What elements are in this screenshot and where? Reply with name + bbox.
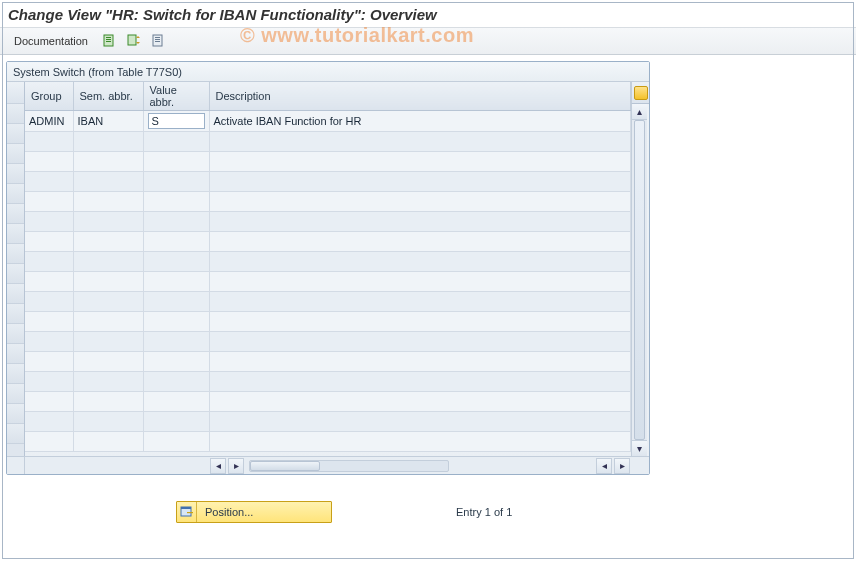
- system-switch-table-panel: System Switch (from Table T77S0): [6, 61, 650, 475]
- scroll-left-icon[interactable]: ◂: [210, 458, 226, 474]
- table-row[interactable]: [25, 392, 631, 412]
- row-selector[interactable]: [7, 164, 24, 184]
- scroll-down-icon[interactable]: ▾: [632, 440, 647, 456]
- table-row[interactable]: [25, 352, 631, 372]
- table-row[interactable]: [25, 252, 631, 272]
- scroll-thumb[interactable]: [634, 120, 645, 440]
- row-selector[interactable]: [7, 184, 24, 204]
- delimit-icon[interactable]: [148, 32, 168, 50]
- row-selector[interactable]: [7, 324, 24, 344]
- table-row[interactable]: ADMIN IBAN Activate IBAN Function for HR: [25, 111, 631, 132]
- col-header-description[interactable]: Description: [209, 82, 631, 111]
- col-header-value-abbr[interactable]: Value abbr.: [143, 82, 209, 111]
- cell-sem-abbr: IBAN: [73, 111, 143, 132]
- svg-rect-3: [106, 41, 111, 42]
- svg-rect-11: [187, 512, 193, 513]
- hscroll-thumb[interactable]: [250, 461, 320, 471]
- table-title: System Switch (from Table T77S0): [7, 62, 649, 82]
- new-entries-icon[interactable]: [100, 32, 120, 50]
- copy-as-icon[interactable]: [124, 32, 144, 50]
- svg-rect-7: [155, 39, 160, 40]
- row-selector[interactable]: [7, 284, 24, 304]
- vertical-scrollbar[interactable]: ▴ ▾: [631, 104, 647, 456]
- cell-value-abbr: [143, 111, 209, 132]
- svg-rect-1: [106, 37, 111, 38]
- svg-rect-5: [153, 35, 162, 46]
- svg-rect-10: [181, 507, 191, 509]
- scroll-left-end-icon[interactable]: ◂: [596, 458, 612, 474]
- row-selector[interactable]: [7, 204, 24, 224]
- table-row[interactable]: [25, 292, 631, 312]
- row-selector[interactable]: [7, 144, 24, 164]
- svg-rect-8: [155, 41, 160, 42]
- cell-description: Activate IBAN Function for HR: [209, 111, 631, 132]
- entry-counter: Entry 1 of 1: [456, 506, 512, 518]
- svg-rect-0: [104, 35, 113, 46]
- cell-group: ADMIN: [25, 111, 73, 132]
- documentation-button[interactable]: Documentation: [8, 33, 94, 49]
- row-selector[interactable]: [7, 364, 24, 384]
- table-row[interactable]: [25, 272, 631, 292]
- horizontal-scrollbar: ◂ ▸ ◂ ▸: [7, 456, 649, 474]
- row-selector[interactable]: [7, 424, 24, 444]
- table-row[interactable]: [25, 172, 631, 192]
- table-row[interactable]: [25, 232, 631, 252]
- page-title: Change View "HR: Switch for IBAN Functio…: [0, 0, 856, 27]
- configure-columns-icon[interactable]: [634, 86, 648, 100]
- scroll-up-icon[interactable]: ▴: [632, 104, 647, 120]
- row-selector[interactable]: [7, 344, 24, 364]
- row-selector[interactable]: [7, 304, 24, 324]
- table-row[interactable]: [25, 192, 631, 212]
- table-row[interactable]: [25, 412, 631, 432]
- svg-rect-4: [128, 35, 136, 45]
- row-selector[interactable]: [7, 384, 24, 404]
- scroll-right-icon[interactable]: ▸: [228, 458, 244, 474]
- row-selector[interactable]: [7, 404, 24, 424]
- svg-rect-6: [155, 37, 160, 38]
- row-selector-column: [7, 82, 25, 456]
- col-header-group[interactable]: Group: [25, 82, 73, 111]
- table-row[interactable]: [25, 332, 631, 352]
- row-selector[interactable]: [7, 224, 24, 244]
- value-abbr-input[interactable]: [148, 113, 205, 129]
- table-row[interactable]: [25, 312, 631, 332]
- position-label: Position...: [197, 506, 331, 518]
- table-row[interactable]: [25, 132, 631, 152]
- col-header-sem-abbr[interactable]: Sem. abbr.: [73, 82, 143, 111]
- row-selector[interactable]: [7, 124, 24, 144]
- row-selector[interactable]: [7, 104, 24, 124]
- table-row[interactable]: [25, 152, 631, 172]
- table-row[interactable]: [25, 212, 631, 232]
- position-icon: [177, 502, 197, 522]
- app-toolbar: Documentation: [0, 27, 856, 55]
- svg-rect-2: [106, 39, 111, 40]
- row-selector[interactable]: [7, 264, 24, 284]
- data-grid: Group Sem. abbr. Value abbr. Description…: [25, 82, 631, 452]
- scroll-right-end-icon[interactable]: ▸: [614, 458, 630, 474]
- table-row[interactable]: [25, 372, 631, 392]
- position-button[interactable]: Position...: [176, 501, 332, 523]
- hscroll-track[interactable]: [249, 460, 449, 472]
- row-selector[interactable]: [7, 244, 24, 264]
- table-row[interactable]: [25, 432, 631, 452]
